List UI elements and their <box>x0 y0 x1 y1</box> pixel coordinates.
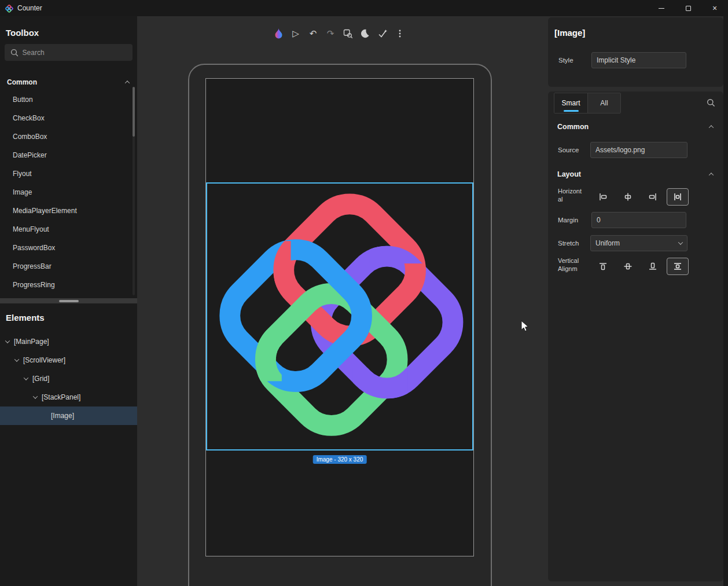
align-horizontal-stretch-button[interactable] <box>667 188 689 206</box>
minimize-button[interactable] <box>648 0 675 16</box>
inspector-title: [Image] <box>554 28 585 38</box>
tree-item-label: [StackPanel] <box>42 393 80 401</box>
tree-item-label: [Grid] <box>32 375 49 383</box>
undo-icon: ↶ <box>310 28 317 39</box>
toolbox-item-progressbar[interactable]: ProgressBar <box>0 257 137 276</box>
validate-button[interactable] <box>376 26 389 41</box>
section-common[interactable]: Common <box>557 119 713 135</box>
toolbox-item-menuflyout[interactable]: MenuFlyout <box>0 220 137 239</box>
minimize-icon <box>659 8 664 9</box>
toolbox-item-button[interactable]: Button <box>0 90 137 109</box>
tree-item-mainpage[interactable]: [MainPage] <box>0 332 137 351</box>
search-icon <box>707 98 715 107</box>
chevron-down-icon[interactable] <box>14 357 19 361</box>
toolbox-list: Button CheckBox ComboBox DatePicker Flyo… <box>0 90 137 294</box>
toolbox-item-progressring[interactable]: ProgressRing <box>0 276 137 294</box>
margin-input[interactable] <box>591 212 686 228</box>
toolbox-scrollbar[interactable] <box>133 87 135 295</box>
chevron-down-icon[interactable] <box>33 394 38 398</box>
align-center-icon <box>623 192 633 202</box>
moon-icon <box>361 29 370 38</box>
close-button[interactable]: × <box>701 0 728 16</box>
horizontal-alignment-group <box>592 188 689 206</box>
tab-all[interactable]: All <box>587 93 620 113</box>
undo-button[interactable]: ↶ <box>307 26 319 41</box>
search-input[interactable] <box>23 49 127 57</box>
toolbox-item-passwordbox[interactable]: PasswordBox <box>0 239 137 257</box>
inspector-search-button[interactable] <box>707 98 715 109</box>
chevron-down-icon <box>678 240 683 244</box>
window-title: Counter <box>17 4 42 12</box>
inspector-tabs: Smart All <box>554 93 621 113</box>
maximize-button[interactable] <box>675 0 701 16</box>
align-left-icon <box>598 192 608 202</box>
section-layout[interactable]: Layout <box>557 166 713 182</box>
toolbox-item-datepicker[interactable]: DatePicker <box>0 146 137 164</box>
stretch-label: Stretch <box>558 240 579 247</box>
style-label: Style <box>558 57 573 64</box>
source-input[interactable] <box>590 142 687 158</box>
inspect-button[interactable] <box>341 26 354 41</box>
source-label: Source <box>558 146 579 153</box>
align-middle-icon <box>623 262 633 271</box>
vertical-alignment-group <box>592 258 689 275</box>
hot-design-flame-icon <box>274 28 283 39</box>
align-horizontal-center-button[interactable] <box>617 188 639 206</box>
more-options-button[interactable] <box>394 26 406 41</box>
page-surface[interactable]: Image - 320 x 320 <box>205 78 474 556</box>
inspector-properties-card: Smart All Common Source Layout Horizonta… <box>548 91 723 581</box>
vertical-alignment-label: Vertical Alignm <box>558 257 588 273</box>
logo-image[interactable] <box>207 184 472 449</box>
search-icon <box>10 49 18 57</box>
toolbox-section-common[interactable]: Common <box>7 74 129 90</box>
align-vertical-bottom-button[interactable] <box>642 258 664 275</box>
chevron-down-icon[interactable] <box>5 338 10 343</box>
align-horizontal-left-button[interactable] <box>592 188 614 206</box>
align-vertical-stretch-button[interactable] <box>667 258 689 275</box>
tab-smart[interactable]: Smart <box>554 93 587 113</box>
left-sidebar: Toolbox Common Button CheckBox ComboBox … <box>0 16 137 586</box>
section-common-label: Common <box>557 123 589 131</box>
horizontal-alignment-label: Horizontal <box>558 187 582 204</box>
selection-size-badge: Image - 320 x 320 <box>313 455 367 464</box>
play-button[interactable]: ▷ <box>289 26 302 41</box>
tree-item-label: [Image] <box>51 412 74 420</box>
elements-tree: [MainPage] [ScrollViewer] [Grid] [StackP… <box>0 332 137 425</box>
tree-item-image[interactable]: [Image] <box>0 406 137 425</box>
toolbox-item-image[interactable]: Image <box>0 183 137 202</box>
inspector-header-card: [Image] Style <box>548 17 723 87</box>
align-top-icon <box>598 262 608 271</box>
redo-button[interactable]: ↷ <box>324 26 337 41</box>
tree-item-scrollviewer[interactable]: [ScrollViewer] <box>0 351 137 369</box>
scrollbar-thumb[interactable] <box>133 87 135 137</box>
elements-title: Elements <box>6 313 45 323</box>
toolbox-item-mediaplayerelement[interactable]: MediaPlayerElement <box>0 202 137 220</box>
toolbox-item-combobox[interactable]: ComboBox <box>0 127 137 146</box>
more-ellipsis-icon <box>395 29 405 38</box>
app-icon <box>5 4 13 13</box>
hot-design-button[interactable] <box>272 26 285 41</box>
tree-item-stackpanel[interactable]: [StackPanel] <box>0 388 137 406</box>
align-vertical-top-button[interactable] <box>592 258 614 275</box>
selected-image-element[interactable] <box>206 182 473 451</box>
align-vertical-center-button[interactable] <box>617 258 639 275</box>
toolbox-search[interactable] <box>5 44 133 61</box>
titlebar: Counter × <box>0 0 728 16</box>
align-horizontal-right-button[interactable] <box>642 188 664 206</box>
stretch-value: Uniform <box>595 239 620 247</box>
toolbox-item-flyout[interactable]: Flyout <box>0 164 137 183</box>
panel-splitter[interactable] <box>0 298 137 303</box>
stretch-dropdown[interactable]: Uniform <box>590 235 687 251</box>
chevron-up-icon <box>709 125 714 130</box>
style-input[interactable] <box>591 52 686 68</box>
redo-icon: ↷ <box>327 28 334 39</box>
toolbox-item-checkbox[interactable]: CheckBox <box>0 109 137 127</box>
window-controls: × <box>648 0 728 16</box>
toolbox-section-label: Common <box>7 78 37 86</box>
tree-item-grid[interactable]: [Grid] <box>0 369 137 388</box>
chevron-down-icon[interactable] <box>24 375 28 380</box>
right-edge-strip <box>723 16 728 586</box>
theme-toggle-button[interactable] <box>359 26 372 41</box>
align-vstretch-icon <box>673 262 682 271</box>
tree-item-label: [MainPage] <box>14 338 49 346</box>
